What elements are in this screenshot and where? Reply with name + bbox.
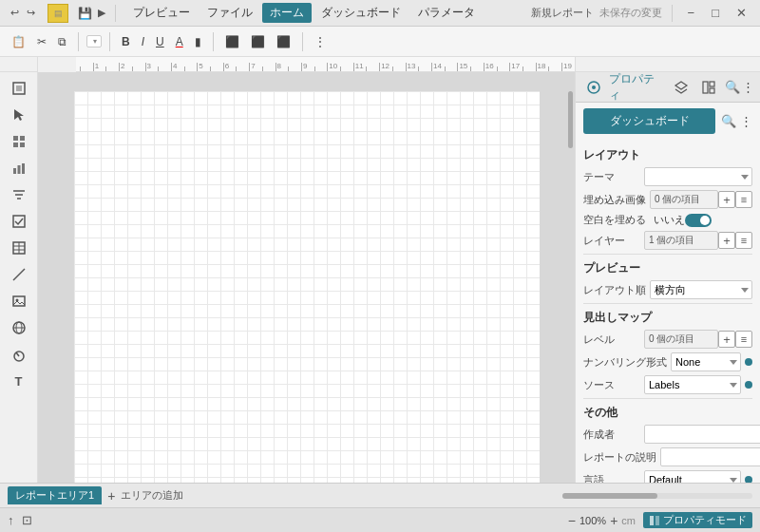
embed-value: 0 個の項目 bbox=[650, 190, 718, 209]
layer-add-button[interactable]: + bbox=[718, 232, 735, 249]
layout-dir-select[interactable]: 横方向 bbox=[650, 280, 752, 299]
theme-control bbox=[644, 167, 752, 186]
svg-point-27 bbox=[592, 86, 596, 89]
chart-tool-button[interactable] bbox=[5, 156, 33, 180]
align-left-button[interactable]: ⬛ bbox=[221, 33, 243, 50]
image-tool-button[interactable] bbox=[5, 289, 33, 314]
underline-button[interactable]: U bbox=[152, 33, 168, 50]
redo-button[interactable]: ↪ bbox=[24, 6, 38, 20]
menu-params[interactable]: パラメータ bbox=[410, 3, 483, 23]
desc-label: レポートの説明 bbox=[583, 450, 656, 465]
desc-input[interactable] bbox=[660, 447, 760, 466]
properties-tab[interactable] bbox=[581, 76, 607, 99]
lang-select[interactable]: Default bbox=[644, 470, 741, 483]
svg-rect-3 bbox=[13, 136, 18, 141]
undo-button[interactable]: ↩ bbox=[8, 6, 22, 20]
ruler: 1 2 3 4 5 6 7 8 9 10 11 12 13 bbox=[76, 57, 575, 72]
menu-preview[interactable]: プレビュー bbox=[125, 3, 198, 23]
save-button[interactable]: 💾 bbox=[78, 7, 92, 20]
svg-line-25 bbox=[16, 352, 19, 356]
embed-menu-button[interactable]: ≡ bbox=[735, 191, 752, 208]
font-color-button[interactable]: A bbox=[172, 33, 187, 50]
dashboard-button[interactable]: ダッシュボード bbox=[583, 108, 715, 134]
data-tool-button[interactable] bbox=[5, 129, 33, 154]
dashboard-search-icon[interactable]: 🔍 bbox=[721, 114, 736, 128]
ruler-tick: 10 bbox=[327, 63, 340, 72]
vertical-scrollbar[interactable] bbox=[567, 72, 573, 483]
separator bbox=[115, 5, 116, 22]
numbering-select[interactable]: None bbox=[671, 352, 741, 371]
map-tool-button[interactable] bbox=[5, 315, 33, 340]
left-sidebar: T bbox=[0, 72, 38, 483]
paste-button[interactable]: 📋 bbox=[8, 33, 29, 50]
horizontal-scrollbar[interactable] bbox=[562, 493, 752, 499]
pointer-tool-button[interactable] bbox=[5, 103, 33, 127]
bold-button[interactable]: B bbox=[118, 33, 134, 50]
close-button[interactable]: ✕ bbox=[731, 6, 752, 20]
checkbox-tool-button[interactable] bbox=[5, 209, 33, 234]
report-area-tab[interactable]: レポートエリア1 bbox=[8, 486, 102, 504]
cut-button[interactable]: ✂ bbox=[33, 33, 50, 50]
run-button[interactable]: ▶ bbox=[98, 7, 105, 19]
menu-file[interactable]: ファイル bbox=[200, 3, 260, 23]
layer-menu-button[interactable]: ≡ bbox=[735, 232, 752, 249]
right-panel-tabs: プロパティ 🔍 ⋮ bbox=[576, 72, 760, 103]
canvas-area[interactable] bbox=[38, 72, 575, 483]
level-add-button[interactable]: + bbox=[718, 331, 735, 348]
table-tool-button[interactable] bbox=[5, 236, 33, 260]
properties-tab-label[interactable]: プロパティ bbox=[609, 71, 663, 104]
level-menu-button[interactable]: ≡ bbox=[735, 331, 752, 348]
layers-tab[interactable] bbox=[669, 76, 694, 99]
svg-rect-6 bbox=[20, 142, 25, 147]
divider2 bbox=[583, 303, 752, 304]
minimize-button[interactable]: − bbox=[682, 6, 701, 20]
file-icon: ▤ bbox=[48, 4, 68, 23]
new-report-label: 新規レポート bbox=[531, 6, 594, 20]
add-area-label[interactable]: エリアの追加 bbox=[121, 488, 183, 503]
separator2 bbox=[672, 5, 673, 22]
select-tool-button[interactable] bbox=[5, 76, 33, 101]
ruler-right bbox=[575, 57, 760, 72]
property-mode-button[interactable]: プロパティモード bbox=[643, 512, 752, 528]
font-dropdown[interactable]: ▾ bbox=[86, 35, 102, 48]
search-icon[interactable]: 🔍 bbox=[725, 80, 740, 94]
author-row: 作成者 bbox=[583, 425, 752, 444]
theme-select[interactable] bbox=[644, 167, 752, 186]
embed-add-button[interactable]: + bbox=[718, 191, 735, 208]
line-tool-button[interactable] bbox=[5, 262, 33, 287]
svg-rect-8 bbox=[17, 165, 20, 174]
gauge-tool-button[interactable] bbox=[5, 342, 33, 367]
add-area-button[interactable]: + bbox=[107, 488, 115, 504]
author-input[interactable] bbox=[644, 425, 760, 444]
fill-row: 空白を埋める いいえ bbox=[583, 213, 752, 227]
menu-home[interactable]: ホーム bbox=[262, 3, 312, 23]
more-button[interactable]: ⋮ bbox=[311, 33, 330, 50]
canvas-paper[interactable] bbox=[74, 91, 540, 483]
props-panel: レイアウト テーマ 埋め込み画像 0 個の項目 + ≡ bbox=[576, 136, 760, 483]
align-center-button[interactable]: ⬛ bbox=[247, 33, 269, 50]
author-control bbox=[644, 425, 760, 444]
layout-tab[interactable] bbox=[695, 76, 721, 99]
ruler-tick: 18 bbox=[536, 63, 549, 72]
svg-rect-33 bbox=[656, 516, 659, 525]
dashboard-more-icon[interactable]: ⋮ bbox=[740, 114, 752, 128]
zoom-plus-button[interactable]: + bbox=[610, 513, 618, 528]
desc-row: レポートの説明 bbox=[583, 447, 752, 466]
align-right-button[interactable]: ⬛ bbox=[273, 33, 294, 50]
svg-rect-1 bbox=[16, 86, 22, 91]
svg-rect-5 bbox=[13, 142, 18, 147]
fill-toggle[interactable] bbox=[685, 214, 712, 227]
copy-button[interactable]: ⧉ bbox=[54, 33, 70, 50]
more-options-icon[interactable]: ⋮ bbox=[742, 80, 754, 94]
filter-tool-button[interactable] bbox=[5, 182, 33, 207]
maximize-button[interactable]: □ bbox=[706, 6, 725, 20]
text-tool-button[interactable]: T bbox=[5, 369, 33, 393]
level-value: 0 個の項目 bbox=[644, 330, 718, 349]
menu-dashboard[interactable]: ダッシュボード bbox=[314, 3, 408, 23]
italic-button[interactable]: I bbox=[138, 33, 148, 50]
zoom-minus-button[interactable]: − bbox=[568, 513, 576, 528]
numbering-label: ナンバリング形式 bbox=[583, 355, 667, 370]
right-controls: 新規レポート 未保存の変更 bbox=[531, 6, 662, 20]
source-select[interactable]: Labels bbox=[644, 375, 741, 394]
highlight-button[interactable]: ▮ bbox=[191, 33, 205, 50]
